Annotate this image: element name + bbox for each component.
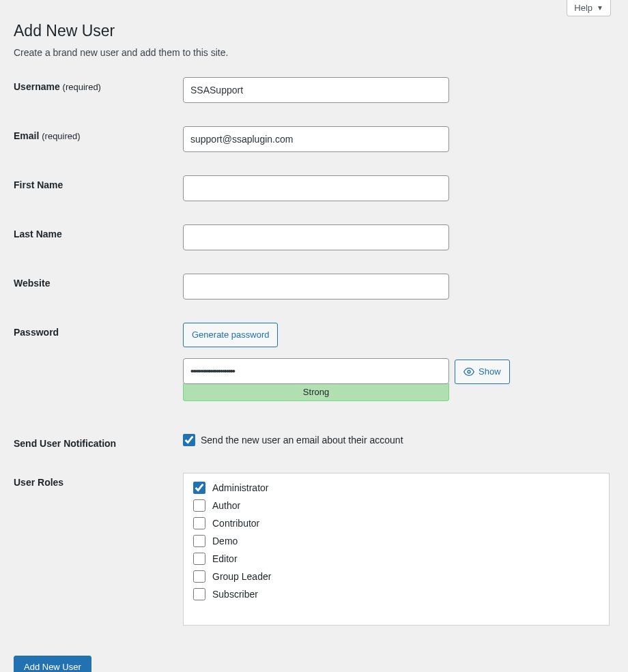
user-roles-label: User Roles	[14, 473, 183, 488]
password-label: Password	[14, 323, 183, 338]
first-name-input[interactable]	[183, 175, 449, 201]
role-checkbox[interactable]	[193, 570, 205, 583]
email-input[interactable]	[183, 126, 449, 152]
show-password-button[interactable]: Show	[455, 360, 510, 384]
role-checkbox[interactable]	[193, 535, 205, 547]
role-item[interactable]: Subscriber	[193, 585, 599, 603]
username-label: Username (required)	[14, 77, 183, 92]
role-checkbox[interactable]	[193, 517, 205, 529]
help-label: Help	[574, 3, 593, 13]
email-label: Email (required)	[14, 126, 183, 141]
website-input[interactable]	[183, 274, 449, 300]
role-name: Contributor	[212, 518, 259, 529]
send-notification-label: Send User Notification	[14, 434, 183, 449]
generate-password-button[interactable]: Generate password	[183, 323, 278, 347]
role-name: Group Leader	[212, 571, 271, 582]
role-checkbox[interactable]	[193, 499, 205, 512]
page-title: Add New User	[14, 22, 614, 40]
role-item[interactable]: Demo	[193, 532, 599, 550]
role-checkbox[interactable]	[193, 482, 205, 494]
last-name-input[interactable]	[183, 224, 449, 250]
role-checkbox[interactable]	[193, 588, 205, 600]
last-name-label: Last Name	[14, 224, 183, 239]
svg-point-0	[468, 370, 470, 373]
username-input[interactable]	[183, 77, 449, 103]
role-item[interactable]: Administrator	[193, 479, 599, 497]
website-label: Website	[14, 274, 183, 289]
role-item[interactable]: Group Leader	[193, 568, 599, 585]
help-button[interactable]: Help ▼	[567, 0, 611, 16]
role-item[interactable]: Author	[193, 497, 599, 514]
role-name: Demo	[212, 536, 238, 546]
role-name: Administrator	[212, 482, 268, 493]
send-notification-checkbox-wrapper[interactable]: Send the new user an email about their a…	[183, 434, 614, 446]
role-item[interactable]: Editor	[193, 550, 599, 568]
role-item[interactable]: Contributor	[193, 514, 599, 532]
role-name: Editor	[212, 553, 238, 564]
password-strength-indicator: Strong	[183, 383, 449, 401]
page-subtitle: Create a brand new user and add them to …	[14, 47, 614, 58]
role-name: Subscriber	[212, 589, 258, 600]
first-name-label: First Name	[14, 175, 183, 190]
eye-icon	[463, 366, 474, 377]
password-input[interactable]	[183, 358, 449, 384]
chevron-down-icon: ▼	[597, 4, 603, 12]
user-roles-list[interactable]: AdministratorAuthorContributorDemoEditor…	[183, 473, 610, 626]
add-new-user-button[interactable]: Add New User	[14, 656, 91, 672]
send-notification-checkbox[interactable]	[183, 434, 195, 446]
role-checkbox[interactable]	[193, 553, 205, 565]
send-notification-text: Send the new user an email about their a…	[201, 435, 403, 445]
role-name: Author	[212, 500, 240, 511]
